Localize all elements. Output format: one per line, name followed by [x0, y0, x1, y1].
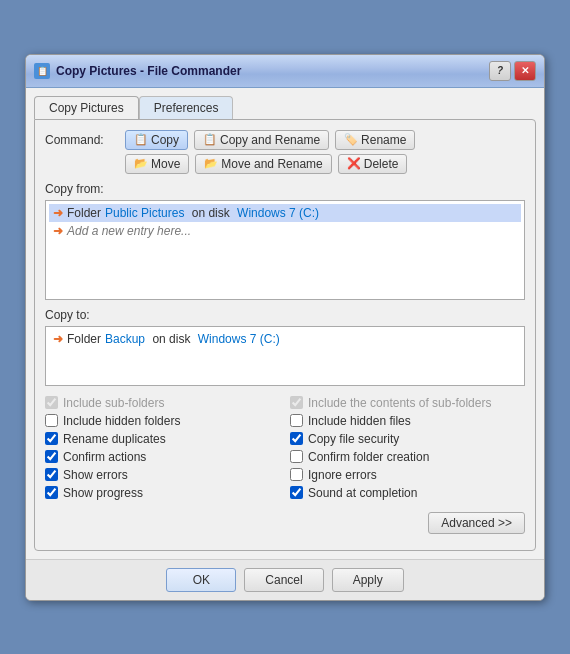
- tab-preferences[interactable]: Preferences: [139, 96, 234, 119]
- copy-from-add-entry[interactable]: ➜ Add a new entry here...: [49, 222, 521, 240]
- folder-name: Public Pictures: [105, 206, 184, 220]
- title-buttons: ? ✕: [489, 61, 536, 81]
- cb-rename-duplicates-label: Rename duplicates: [63, 432, 166, 446]
- cb-confirm-folder-creation: Confirm folder creation: [290, 450, 525, 464]
- cb-show-progress-label: Show progress: [63, 486, 143, 500]
- main-window: 📋 Copy Pictures - File Commander ? ✕ Cop…: [25, 54, 545, 601]
- move-label: Move: [151, 157, 180, 171]
- delete-button[interactable]: ❌ Delete: [338, 154, 408, 174]
- folder-disk: Windows 7 (C:): [237, 206, 319, 220]
- tab-bar: Copy Pictures Preferences: [34, 96, 536, 119]
- cb-confirm-actions-label: Confirm actions: [63, 450, 146, 464]
- cb-copy-file-security-input[interactable]: [290, 432, 303, 445]
- move-icon: 📂: [134, 157, 148, 170]
- cb-show-progress: Show progress: [45, 486, 280, 500]
- copy-to-disk: Windows 7 (C:): [198, 332, 280, 346]
- rename-icon: 🏷️: [344, 133, 358, 146]
- content-area: Copy Pictures Preferences Command: 📋 Cop…: [26, 88, 544, 559]
- add-arrow: ➜: [53, 224, 63, 238]
- cb-confirm-actions: Confirm actions: [45, 450, 280, 464]
- checkboxes-grid: Include sub-folders Include the contents…: [45, 396, 525, 500]
- cb-include-sub: Include sub-folders: [45, 396, 280, 410]
- move-rename-label: Move and Rename: [221, 157, 322, 171]
- cb-include-hidden-folders-label: Include hidden folders: [63, 414, 180, 428]
- copy-rename-button[interactable]: 📋 Copy and Rename: [194, 130, 329, 150]
- copy-rename-label: Copy and Rename: [220, 133, 320, 147]
- cb-rename-duplicates: Rename duplicates: [45, 432, 280, 446]
- copy-to-folder-name: Backup: [105, 332, 145, 346]
- cancel-button[interactable]: Cancel: [244, 568, 323, 592]
- cb-confirm-actions-input[interactable]: [45, 450, 58, 463]
- command-buttons-row1: 📋 Copy 📋 Copy and Rename 🏷️ Rename: [125, 130, 415, 150]
- advanced-button[interactable]: Advanced >>: [428, 512, 525, 534]
- cb-sound-at-completion: Sound at completion: [290, 486, 525, 500]
- folder-text-on: on disk: [188, 206, 233, 220]
- cb-confirm-folder-creation-input[interactable]: [290, 450, 303, 463]
- cb-include-contents-input[interactable]: [290, 396, 303, 409]
- ok-button[interactable]: OK: [166, 568, 236, 592]
- copy-button[interactable]: 📋 Copy: [125, 130, 188, 150]
- cb-include-sub-input[interactable]: [45, 396, 58, 409]
- cb-sound-at-completion-label: Sound at completion: [308, 486, 417, 500]
- cb-copy-file-security-label: Copy file security: [308, 432, 399, 446]
- title-bar-left: 📋 Copy Pictures - File Commander: [34, 63, 241, 79]
- command-label: Command:: [45, 133, 125, 147]
- cb-sound-at-completion-input[interactable]: [290, 486, 303, 499]
- copy-icon: 📋: [134, 133, 148, 146]
- cb-include-contents: Include the contents of sub-folders: [290, 396, 525, 410]
- cb-ignore-errors-input[interactable]: [290, 468, 303, 481]
- move-rename-button[interactable]: 📂 Move and Rename: [195, 154, 331, 174]
- copy-rename-icon: 📋: [203, 133, 217, 146]
- folder-text-prefix: Folder: [67, 206, 101, 220]
- move-rename-icon: 📂: [204, 157, 218, 170]
- dialog-footer: OK Cancel Apply: [26, 559, 544, 600]
- copy-label: Copy: [151, 133, 179, 147]
- cb-include-contents-label: Include the contents of sub-folders: [308, 396, 491, 410]
- cb-include-hidden-files: Include hidden files: [290, 414, 525, 428]
- delete-label: Delete: [364, 157, 399, 171]
- cb-copy-file-security: Copy file security: [290, 432, 525, 446]
- cb-show-errors-label: Show errors: [63, 468, 128, 482]
- cb-include-hidden-files-label: Include hidden files: [308, 414, 411, 428]
- title-bar: 📋 Copy Pictures - File Commander ? ✕: [26, 55, 544, 88]
- tab-copy-pictures[interactable]: Copy Pictures: [34, 96, 139, 119]
- delete-icon: ❌: [347, 157, 361, 170]
- cb-ignore-errors-label: Ignore errors: [308, 468, 377, 482]
- cb-show-progress-input[interactable]: [45, 486, 58, 499]
- cb-ignore-errors: Ignore errors: [290, 468, 525, 482]
- help-button[interactable]: ?: [489, 61, 511, 81]
- copy-to-list[interactable]: ➜ Folder Backup on disk Windows 7 (C:): [45, 326, 525, 386]
- copy-from-list[interactable]: ➜ Folder Public Pictures on disk Windows…: [45, 200, 525, 300]
- cb-include-hidden-files-input[interactable]: [290, 414, 303, 427]
- rename-label: Rename: [361, 133, 406, 147]
- rename-button[interactable]: 🏷️ Rename: [335, 130, 415, 150]
- copy-to-entry-1[interactable]: ➜ Folder Backup on disk Windows 7 (C:): [49, 330, 521, 348]
- copy-to-prefix: Folder: [67, 332, 101, 346]
- cb-include-sub-label: Include sub-folders: [63, 396, 164, 410]
- cb-include-hidden-folders-input[interactable]: [45, 414, 58, 427]
- cb-rename-duplicates-input[interactable]: [45, 432, 58, 445]
- copy-to-arrow: ➜: [53, 332, 63, 346]
- cb-include-hidden-folders: Include hidden folders: [45, 414, 280, 428]
- add-entry-text: Add a new entry here...: [67, 224, 191, 238]
- apply-button[interactable]: Apply: [332, 568, 404, 592]
- tab-content: Command: 📋 Copy 📋 Copy and Rename 🏷️ Ren…: [34, 119, 536, 551]
- move-button[interactable]: 📂 Move: [125, 154, 189, 174]
- app-icon: 📋: [34, 63, 50, 79]
- command-row-2: 📂 Move 📂 Move and Rename ❌ Delete: [45, 154, 525, 174]
- bottom-row: Advanced >>: [45, 512, 525, 534]
- close-button[interactable]: ✕: [514, 61, 536, 81]
- copy-to-label: Copy to:: [45, 308, 525, 322]
- copy-from-label: Copy from:: [45, 182, 525, 196]
- cb-show-errors: Show errors: [45, 468, 280, 482]
- cb-confirm-folder-creation-label: Confirm folder creation: [308, 450, 429, 464]
- copy-to-on: on disk: [149, 332, 194, 346]
- command-row-1: Command: 📋 Copy 📋 Copy and Rename 🏷️ Ren…: [45, 130, 525, 150]
- cb-show-errors-input[interactable]: [45, 468, 58, 481]
- window-title: Copy Pictures - File Commander: [56, 64, 241, 78]
- copy-from-entry-1[interactable]: ➜ Folder Public Pictures on disk Windows…: [49, 204, 521, 222]
- entry-arrow: ➜: [53, 206, 63, 220]
